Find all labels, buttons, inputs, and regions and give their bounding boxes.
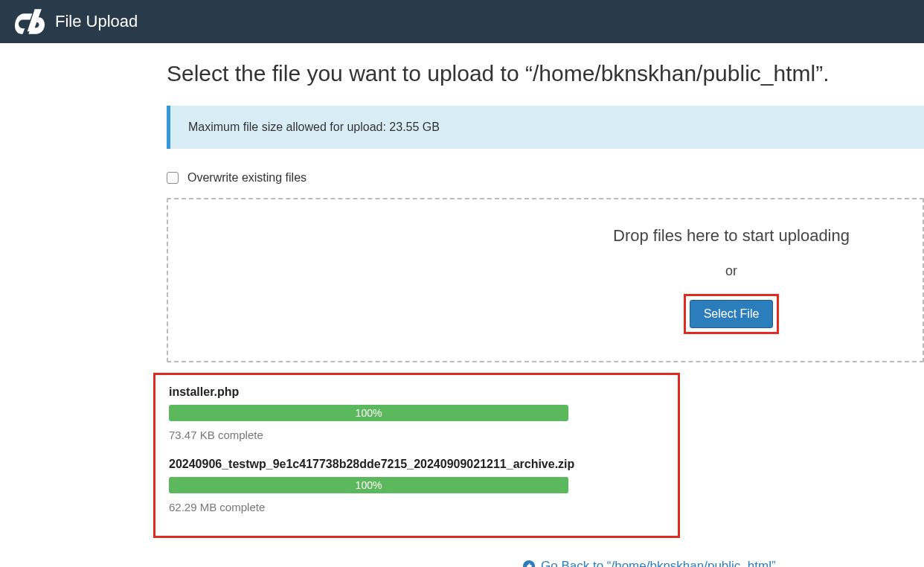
arrow-circle-left-icon [522, 560, 536, 567]
upload-item: installer.php 100% 73.47 KB complete [169, 385, 664, 441]
app-header: File Upload [0, 0, 924, 43]
overwrite-label: Overwrite existing files [187, 171, 307, 185]
page-heading: Select the file you want to upload to “/… [167, 61, 924, 86]
upload-progress-bar: 100% [169, 405, 568, 421]
upload-item: 20240906_testwp_9e1c417738b28dde7215_202… [169, 458, 664, 513]
header-title: File Upload [55, 12, 138, 31]
select-file-highlight: Select File [684, 294, 780, 334]
upload-dropzone[interactable]: Drop files here to start uploading or Se… [167, 198, 924, 362]
upload-filename: 20240906_testwp_9e1c417738b28dde7215_202… [169, 458, 664, 471]
upload-status: 62.29 MB complete [169, 501, 664, 513]
select-file-button[interactable]: Select File [690, 300, 774, 328]
main-content: Select the file you want to upload to “/… [0, 61, 924, 567]
cpanel-logo-icon [15, 8, 45, 35]
uploads-highlight-box: installer.php 100% 73.47 KB complete 202… [153, 373, 680, 538]
upload-status: 73.47 KB complete [169, 429, 664, 441]
max-filesize-info: Maximum file size allowed for upload: 23… [167, 106, 924, 149]
goback-link[interactable]: Go Back to “/home/bknskhan/public_html” [522, 559, 776, 567]
goback-row: Go Back to “/home/bknskhan/public_html” [522, 559, 924, 567]
dropzone-or: or [555, 263, 908, 279]
goback-text: Go Back to “/home/bknskhan/public_html” [541, 559, 776, 567]
upload-progress-bar: 100% [169, 477, 568, 493]
overwrite-checkbox[interactable] [167, 172, 179, 184]
upload-filename: installer.php [169, 385, 664, 399]
overwrite-row: Overwrite existing files [167, 171, 924, 185]
dropzone-text: Drop files here to start uploading [555, 226, 908, 246]
